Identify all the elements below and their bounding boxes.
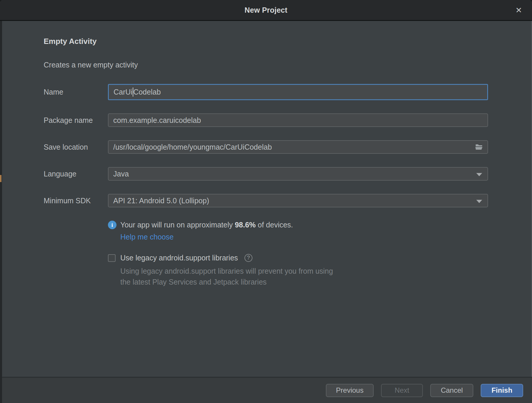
new-project-dialog: New Project ✕ Empty Activity Creates a n… — [0, 0, 532, 403]
name-label: Name — [44, 88, 108, 96]
window-left-edge — [0, 21, 2, 403]
page-subtitle: Creates a new empty activity — [44, 60, 488, 70]
save-location-label: Save location — [44, 143, 108, 151]
package-label: Package name — [44, 116, 108, 125]
page-title: Empty Activity — [44, 36, 488, 46]
save-location-input[interactable]: /usr/local/google/home/youngmac/CarUiCod… — [108, 140, 488, 154]
next-button: Next — [381, 384, 423, 397]
language-label: Language — [44, 170, 108, 178]
language-value: Java — [113, 170, 129, 178]
cancel-button[interactable]: Cancel — [430, 384, 473, 397]
name-value-after-caret: Codelab — [133, 88, 161, 96]
min-sdk-select[interactable]: API 21: Android 5.0 (Lollipop) — [108, 194, 488, 207]
previous-button[interactable]: Previous — [326, 384, 374, 397]
sdk-info-message: Your app will run on approximately 98.6%… — [120, 221, 293, 229]
legacy-description-line2: the latest Play Services and Jetpack lib… — [120, 278, 267, 286]
min-sdk-label: Minimum SDK — [44, 196, 108, 205]
name-row: Name CarUiCodelab — [44, 84, 488, 100]
legacy-checkbox[interactable] — [108, 254, 116, 262]
close-icon[interactable]: ✕ — [513, 4, 525, 16]
language-row: Language Java — [44, 167, 488, 181]
package-row: Package name com.example.caruicodelab — [44, 113, 488, 127]
help-icon[interactable]: ? — [244, 254, 252, 262]
device-percent: 98.6% — [235, 221, 256, 229]
project-form: Name CarUiCodelab Package name com.examp… — [44, 84, 488, 207]
dialog-title: New Project — [244, 6, 287, 14]
min-sdk-row: Minimum SDK API 21: Android 5.0 (Lollipo… — [44, 194, 488, 207]
folder-open-icon[interactable] — [475, 143, 483, 151]
chevron-down-icon — [476, 173, 482, 176]
dialog-footer: Previous Next Cancel Finish — [0, 377, 532, 403]
legacy-checkbox-label: Use legacy android.support libraries — [120, 254, 238, 262]
save-location-value: /usr/local/google/home/youngmac/CarUiCod… — [113, 143, 272, 151]
dialog-titlebar: New Project ✕ — [0, 0, 532, 21]
background-window-sliver — [0, 175, 1, 182]
min-sdk-value: API 21: Android 5.0 (Lollipop) — [113, 196, 209, 205]
package-value: com.example.caruicodelab — [113, 116, 201, 125]
language-select[interactable]: Java — [108, 167, 488, 181]
chevron-down-icon — [476, 200, 482, 203]
dialog-body: Empty Activity Creates a new empty activ… — [0, 21, 532, 377]
save-location-row: Save location /usr/local/google/home/you… — [44, 140, 488, 154]
name-value-before-caret: CarUi — [114, 88, 132, 96]
name-input[interactable]: CarUiCodelab — [108, 84, 488, 100]
legacy-description-line1: Using legacy android.support libraries w… — [120, 267, 333, 275]
info-icon: i — [108, 221, 116, 229]
sdk-info-block: i Your app will run on approximately 98.… — [108, 221, 488, 288]
package-input[interactable]: com.example.caruicodelab — [108, 113, 488, 127]
help-me-choose-link[interactable]: Help me choose — [120, 233, 174, 241]
legacy-checkbox-row: Use legacy android.support libraries ? — [108, 254, 488, 262]
legacy-description: Using legacy android.support libraries w… — [120, 266, 488, 288]
finish-button[interactable]: Finish — [481, 384, 523, 397]
sdk-info-row: i Your app will run on approximately 98.… — [108, 221, 488, 229]
